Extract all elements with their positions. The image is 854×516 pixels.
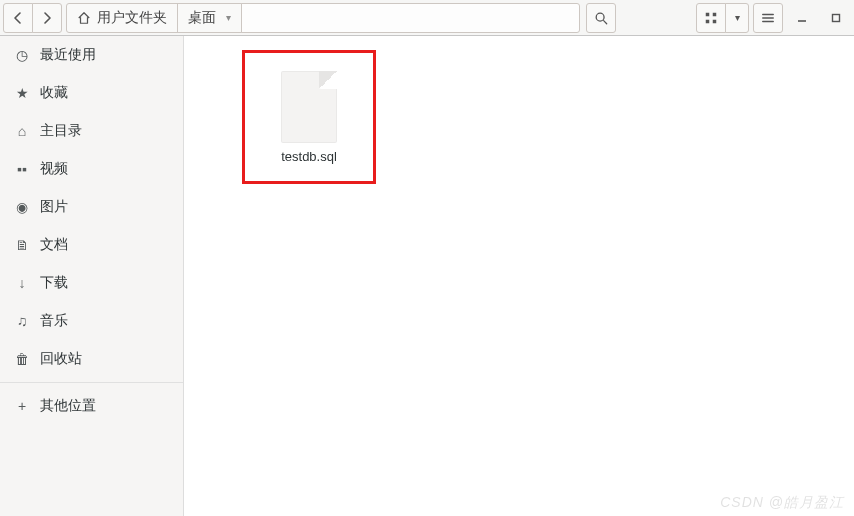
chevron-right-icon <box>41 12 53 24</box>
search-icon <box>594 11 608 25</box>
video-icon: ▪▪ <box>14 161 30 177</box>
chevron-down-icon: ▾ <box>226 12 231 23</box>
chevron-left-icon <box>12 12 24 24</box>
plus-icon: + <box>14 398 30 414</box>
view-dropdown-button[interactable]: ▾ <box>725 3 749 33</box>
path-home[interactable]: 用户文件夹 <box>66 3 178 33</box>
sidebar-item-label: 主目录 <box>40 122 82 140</box>
toolbar: 用户文件夹 桌面 ▾ ▾ <box>0 0 854 36</box>
sidebar-item-pictures[interactable]: ◉ 图片 <box>0 188 183 226</box>
sidebar-item-music[interactable]: ♫ 音乐 <box>0 302 183 340</box>
search-button[interactable] <box>586 3 616 33</box>
sidebar-item-starred[interactable]: ★ 收藏 <box>0 74 183 112</box>
sidebar-item-downloads[interactable]: ↓ 下载 <box>0 264 183 302</box>
sidebar-item-label: 回收站 <box>40 350 82 368</box>
file-icon <box>281 71 337 143</box>
file-name-label: testdb.sql <box>281 149 337 164</box>
grid-icon <box>704 11 718 25</box>
sidebar-separator <box>0 382 183 383</box>
trash-icon: 🗑 <box>14 351 30 367</box>
star-icon: ★ <box>14 85 30 101</box>
path-desktop[interactable]: 桌面 ▾ <box>177 3 242 33</box>
camera-icon: ◉ <box>14 199 30 215</box>
svg-rect-4 <box>713 19 717 23</box>
hamburger-menu-button[interactable] <box>753 3 783 33</box>
path-remainder[interactable] <box>241 3 580 33</box>
sidebar-item-recent[interactable]: ◷ 最近使用 <box>0 36 183 74</box>
minimize-icon <box>796 12 808 24</box>
path-desktop-label: 桌面 <box>188 9 216 27</box>
sidebar-item-documents[interactable]: 🗎 文档 <box>0 226 183 264</box>
sidebar-item-home[interactable]: ⌂ 主目录 <box>0 112 183 150</box>
menu-icon <box>761 11 775 25</box>
minimize-button[interactable] <box>787 3 817 33</box>
maximize-button[interactable] <box>821 3 851 33</box>
toolbar-right: ▾ <box>586 3 851 33</box>
home-icon: ⌂ <box>14 123 30 139</box>
sidebar: ◷ 最近使用 ★ 收藏 ⌂ 主目录 ▪▪ 视频 ◉ 图片 🗎 文档 ↓ 下载 ♫ <box>0 36 184 516</box>
music-icon: ♫ <box>14 313 30 329</box>
sidebar-item-label: 音乐 <box>40 312 68 330</box>
sidebar-item-label: 图片 <box>40 198 68 216</box>
sidebar-item-label: 下载 <box>40 274 68 292</box>
nav-group <box>3 3 62 33</box>
file-item[interactable]: testdb.sql <box>242 50 376 184</box>
path-bar: 用户文件夹 桌面 ▾ <box>66 3 580 33</box>
sidebar-item-other-locations[interactable]: + 其他位置 <box>0 387 183 425</box>
sidebar-item-label: 最近使用 <box>40 46 96 64</box>
svg-rect-2 <box>713 12 717 16</box>
path-home-label: 用户文件夹 <box>97 9 167 27</box>
sidebar-item-label: 其他位置 <box>40 397 96 415</box>
download-icon: ↓ <box>14 275 30 291</box>
sidebar-item-trash[interactable]: 🗑 回收站 <box>0 340 183 378</box>
icon-view-button[interactable] <box>696 3 726 33</box>
svg-rect-5 <box>833 14 840 21</box>
sidebar-item-label: 文档 <box>40 236 68 254</box>
document-icon: 🗎 <box>14 237 30 253</box>
file-view[interactable]: testdb.sql <box>184 36 854 516</box>
svg-rect-1 <box>706 12 710 16</box>
chevron-down-icon: ▾ <box>735 12 740 23</box>
back-button[interactable] <box>3 3 33 33</box>
svg-rect-3 <box>706 19 710 23</box>
content-area: ◷ 最近使用 ★ 收藏 ⌂ 主目录 ▪▪ 视频 ◉ 图片 🗎 文档 ↓ 下载 ♫ <box>0 36 854 516</box>
view-switcher: ▾ <box>696 3 749 33</box>
svg-point-0 <box>596 13 604 21</box>
sidebar-item-label: 收藏 <box>40 84 68 102</box>
forward-button[interactable] <box>32 3 62 33</box>
clock-icon: ◷ <box>14 47 30 63</box>
sidebar-item-label: 视频 <box>40 160 68 178</box>
watermark: CSDN @皓月盈江 <box>720 494 844 512</box>
maximize-icon <box>830 12 842 24</box>
sidebar-item-videos[interactable]: ▪▪ 视频 <box>0 150 183 188</box>
home-icon <box>77 11 91 25</box>
